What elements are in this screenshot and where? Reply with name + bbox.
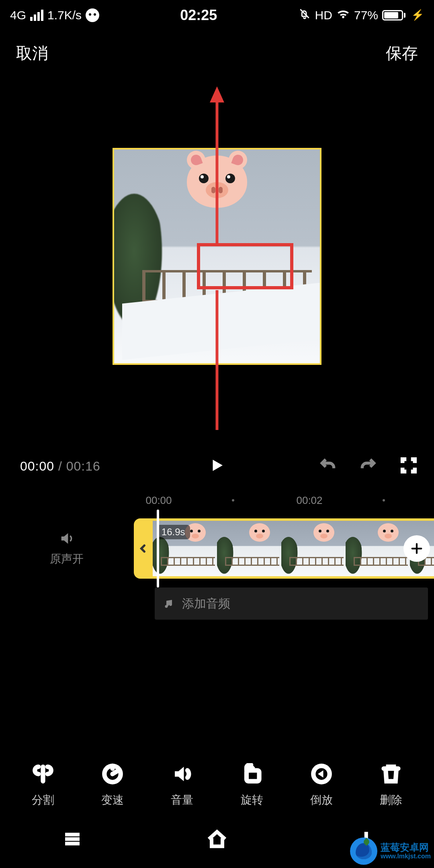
split-button[interactable]: 分割 [32, 763, 54, 808]
preview-area [0, 80, 434, 430]
video-preview[interactable] [113, 80, 321, 430]
wechat-icon [86, 8, 99, 22]
wifi-icon [336, 8, 350, 22]
add-audio-button[interactable]: 添加音频 [155, 588, 428, 620]
speed-button[interactable]: 变速 [101, 763, 124, 808]
battery-icon [382, 10, 405, 20]
playhead[interactable] [157, 510, 159, 588]
time-ruler: 00:00 00:02 [0, 494, 434, 510]
clip-duration: 16.9s [157, 525, 190, 539]
cancel-button[interactable]: 取消 [16, 42, 48, 64]
split-label: 分割 [32, 792, 54, 808]
time-display: 00:00 / 00:16 [20, 459, 100, 474]
reverse-icon [310, 763, 333, 785]
clip-thumb[interactable] [217, 521, 281, 576]
play-button[interactable] [209, 457, 225, 475]
volume-button[interactable]: 音量 [171, 763, 193, 808]
hd-label: HD [315, 8, 332, 22]
volume-label: 音量 [171, 792, 193, 808]
reverse-label: 倒放 [310, 792, 333, 808]
time-sep: / [54, 459, 66, 473]
annotation-rect [197, 243, 293, 289]
watermark: 蓝莓安卓网 www.lmkjst.com [350, 837, 431, 865]
charging-icon: ⚡ [411, 9, 424, 21]
current-time: 00:00 [20, 459, 54, 473]
speed-label: 变速 [101, 792, 124, 808]
add-clip-button[interactable] [403, 535, 430, 562]
speed-label: 1.7K/s [47, 8, 82, 22]
rotate-button[interactable]: 旋转 [241, 763, 263, 808]
home-nav-icon[interactable] [206, 828, 228, 852]
timeline[interactable]: 原声开 16.9s [0, 518, 434, 579]
signal-icon [30, 10, 43, 21]
redo-button[interactable] [359, 457, 377, 476]
bottom-toolbar: 分割 变速 音量 旋转 倒放 删除 [0, 763, 434, 808]
volume-icon [171, 763, 193, 785]
delete-icon [380, 763, 402, 785]
playback-row: 00:00 / 00:16 [0, 452, 434, 480]
speed-icon [101, 763, 124, 785]
undo-button[interactable] [319, 457, 337, 476]
bell-off-icon [298, 7, 311, 23]
split-icon [32, 763, 54, 785]
save-button[interactable]: 保存 [386, 42, 418, 64]
original-sound-toggle[interactable]: 原声开 [0, 518, 134, 579]
add-audio-label: 添加音频 [182, 596, 230, 612]
fullscreen-button[interactable] [399, 456, 418, 476]
watermark-url: www.lmkjst.com [381, 853, 431, 860]
annotation-arrow-up-line [216, 98, 219, 243]
sound-label: 原声开 [50, 551, 84, 567]
status-right: HD 77% ⚡ [298, 7, 424, 23]
annotation-arrow-up-head [210, 86, 224, 102]
ruler-mark-0: 00:00 [145, 494, 172, 507]
clip-thumb[interactable] [281, 521, 346, 576]
ruler-mark-1: 00:02 [296, 494, 322, 507]
header: 取消 保存 [0, 30, 434, 72]
clip-handle-left[interactable] [134, 518, 153, 579]
clock: 02:25 [180, 7, 217, 24]
watermark-icon [350, 837, 377, 865]
clip-thumb[interactable]: 16.9s [153, 521, 217, 576]
network-label: 4G [10, 8, 26, 22]
watermark-name: 蓝莓安卓网 [381, 842, 431, 853]
rotate-label: 旋转 [241, 792, 263, 808]
ruler-dot [232, 499, 234, 502]
clip-thumb[interactable] [346, 521, 410, 576]
menu-nav-icon[interactable] [61, 828, 83, 852]
status-bar: 4G 1.7K/s 02:25 HD 77% ⚡ [0, 0, 434, 30]
status-left: 4G 1.7K/s [10, 8, 99, 22]
delete-button[interactable]: 删除 [380, 763, 402, 808]
reverse-button[interactable]: 倒放 [310, 763, 333, 808]
clip-strip[interactable]: 16.9s [153, 518, 434, 579]
total-time: 00:16 [66, 459, 100, 473]
ruler-dot [383, 499, 385, 502]
delete-label: 删除 [380, 792, 402, 808]
annotation-arrow-down-line [216, 290, 219, 430]
rotate-icon [241, 763, 263, 785]
battery-label: 77% [354, 8, 378, 22]
